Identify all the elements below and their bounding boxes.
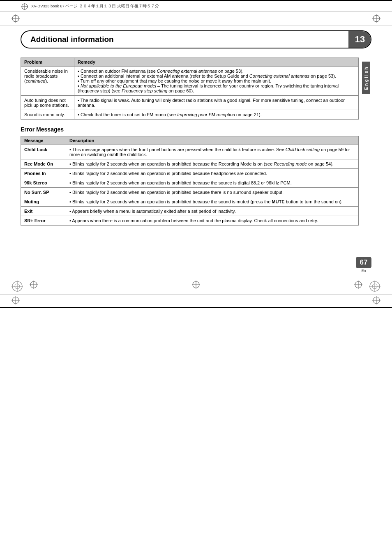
page-wrapper: XV-DV323.book 67 ページ ２０４年１月１３日 火曜日 午後７時５… xyxy=(0,0,392,555)
table-row: 96k Stereo • Blinks rapidly for 2 second… xyxy=(21,178,359,188)
chapter-title: Additional information xyxy=(30,35,114,44)
chapter-header: Additional information 13 xyxy=(21,30,371,48)
reg-mark-right xyxy=(372,14,380,23)
message-cell-3: Phones In xyxy=(21,169,66,178)
reg-marks-row xyxy=(0,12,392,25)
bottom-rule-row xyxy=(0,294,392,306)
table-row: Exit • Appears briefly when a menu is au… xyxy=(21,207,359,216)
page-number-sub: En xyxy=(361,269,366,273)
chapter-number-badge: 13 xyxy=(348,30,371,48)
table-row: Sound is mono only. • Check that the tun… xyxy=(21,110,359,120)
chapter-title-area: Additional information xyxy=(21,31,348,48)
desc-cell-5: • Blinks rapidly for 2 seconds when an o… xyxy=(66,188,359,197)
bottom-reg-4 xyxy=(369,281,380,292)
file-info-bar: XV-DV323.book 67 ページ ２０４年１月１３日 火曜日 午後７時５… xyxy=(0,1,392,12)
english-label: English xyxy=(362,62,370,94)
bottom-reg-marks-row xyxy=(0,277,392,292)
header-spacer xyxy=(0,48,392,58)
table-row: Child Lock • This message appears when t… xyxy=(21,145,359,159)
table-row: Muting • Blinks rapidly for 2 seconds wh… xyxy=(21,197,359,207)
desc-cell-1: • This message appears when the front pa… xyxy=(66,145,359,159)
desc-cell-6: • Blinks rapidly for 2 seconds when an o… xyxy=(66,197,359,207)
table-row: Rec Mode On • Blinks rapidly for 2 secon… xyxy=(21,159,359,169)
desc-cell-2: • Blinks rapidly for 2 seconds when an o… xyxy=(66,159,359,169)
page-number-area: 67 En xyxy=(0,257,371,273)
message-cell-8: SR+ Error xyxy=(21,216,66,226)
bottom-right-marks xyxy=(354,281,380,292)
file-info-text: XV-DV323.book 67 ページ ２０４年１月１３日 火曜日 午後７時５… xyxy=(31,4,159,9)
message-col-header: Message xyxy=(21,136,66,145)
problem-col-header: Problem xyxy=(21,58,74,67)
table-row: Phones In • Blinks rapidly for 2 seconds… xyxy=(21,169,359,178)
bottom-left-marks xyxy=(12,281,38,292)
bottom-spacer xyxy=(0,232,392,257)
problem-cell-2: Auto tuning does not pick up some statio… xyxy=(21,96,74,110)
reg-mark-topleft xyxy=(21,3,28,10)
bottom-reg-center xyxy=(192,281,200,289)
remedy-cell-1: • Connect an outdoor FM antenna (see Con… xyxy=(74,67,359,96)
error-messages-section: Error Messages Message Description Child… xyxy=(21,126,359,226)
message-cell-2: Rec Mode On xyxy=(21,159,66,169)
remedy-cell-3: • Check that the tuner is not set to FM … xyxy=(74,110,359,120)
error-messages-title: Error Messages xyxy=(21,126,359,133)
desc-cell-7: • Appears briefly when a menu is automat… xyxy=(66,207,359,216)
bottom-corner-left xyxy=(12,296,20,304)
desc-cell-3: • Blinks rapidly for 2 seconds when an o… xyxy=(66,169,359,178)
content-area: Problem Remedy Considerable noise in rad… xyxy=(21,58,359,232)
problem-cell-3: Sound is mono only. xyxy=(21,110,74,120)
bottom-reg-1 xyxy=(12,281,23,292)
description-col-header: Description xyxy=(66,136,359,145)
table-row: No Surr. SP • Blinks rapidly for 2 secon… xyxy=(21,188,359,197)
error-table: Message Description Child Lock • This me… xyxy=(21,136,359,226)
bottom-reg-3 xyxy=(354,281,362,289)
page-number-badge: 67 xyxy=(356,257,371,268)
bottom-rule xyxy=(0,307,392,308)
remedy-col-header: Remedy xyxy=(74,58,359,67)
bottom-reg-2 xyxy=(30,281,38,289)
problem-cell-1: Considerable noise in radio broadcasts (… xyxy=(21,67,74,96)
bottom-corner-right xyxy=(372,296,380,304)
message-cell-7: Exit xyxy=(21,207,66,216)
message-cell-4: 96k Stereo xyxy=(21,178,66,188)
message-cell-1: Child Lock xyxy=(21,145,66,159)
main-content: Problem Remedy Considerable noise in rad… xyxy=(21,58,371,232)
message-cell-5: No Surr. SP xyxy=(21,188,66,197)
table-row: Auto tuning does not pick up some statio… xyxy=(21,96,359,110)
desc-cell-8: • Appears when there is a communication … xyxy=(66,216,359,226)
table-row: Considerable noise in radio broadcasts (… xyxy=(21,67,359,96)
page-number-container: 67 En xyxy=(356,257,371,273)
reg-mark-left xyxy=(12,14,20,23)
problem-table: Problem Remedy Considerable noise in rad… xyxy=(21,58,359,120)
desc-cell-4: • Blinks rapidly for 2 seconds when an o… xyxy=(66,178,359,188)
remedy-cell-2: • The radio signal is weak. Auto tuning … xyxy=(74,96,359,110)
english-sidebar: English xyxy=(361,58,371,232)
message-cell-6: Muting xyxy=(21,197,66,207)
table-row: SR+ Error • Appears when there is a comm… xyxy=(21,216,359,226)
